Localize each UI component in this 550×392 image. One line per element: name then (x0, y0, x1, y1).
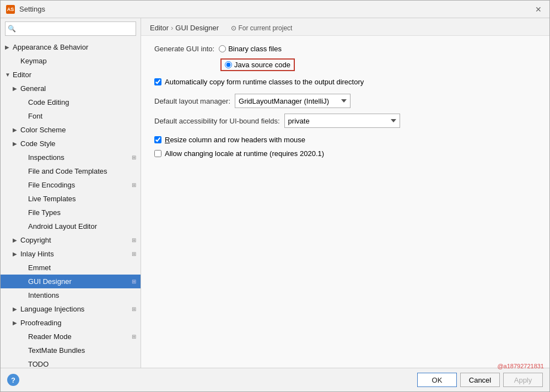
generate-java-row: Java source code (220, 58, 536, 71)
arrow-icon: ▶ (13, 306, 20, 312)
default-access-row: Default accessibility for UI-bound field… (154, 114, 536, 128)
apply-button[interactable]: Apply (503, 373, 543, 387)
sidebar-item-label: Copyright (20, 236, 130, 244)
resize-row: Resize column and row headers with mouse (154, 136, 536, 144)
sidebar-item-label: Language Injections (20, 305, 130, 313)
sidebar-item-code-style[interactable]: ▶Code Style (1, 137, 141, 151)
sidebar-item-label: Android Layout Editor (28, 222, 136, 230)
sidebar-item-editor[interactable]: ▼Editor (1, 68, 141, 82)
sidebar-item-label: Intentions (28, 291, 136, 299)
sidebar-item-inlay-hints[interactable]: ▶Inlay Hints⊞ (1, 247, 141, 261)
external-icon: ⊞ (132, 237, 136, 243)
panel-header: Editor › GUI Designer ⊙ For current proj… (141, 18, 549, 36)
external-icon: ⊞ (132, 251, 136, 257)
external-icon: ⊞ (132, 306, 136, 312)
search-icon: 🔍 (8, 25, 16, 33)
breadcrumb: Editor › GUI Designer (150, 24, 219, 32)
breadcrumb-separator: › (171, 24, 173, 32)
auto-copy-checkbox[interactable] (154, 78, 161, 85)
sidebar-item-label: Font (28, 112, 136, 120)
close-button[interactable]: ✕ (533, 4, 544, 15)
sidebar-item-emmet[interactable]: Emmet (1, 261, 141, 275)
search-box: 🔍 (5, 22, 136, 36)
sidebar-item-label: Color Scheme (20, 126, 136, 134)
locale-label: Allow changing locale at runtime (requir… (165, 149, 324, 158)
resize-checkbox[interactable] (154, 136, 161, 143)
default-layout-row: Default layout manager: GridLayoutManage… (154, 94, 536, 108)
sidebar-item-code-editing[interactable]: Code Editing (1, 95, 141, 109)
main-panel: Editor › GUI Designer ⊙ For current proj… (141, 18, 549, 368)
for-current-project-link[interactable]: ⊙ For current project (231, 24, 292, 32)
main-content: 🔍 ▶Appearance & BehaviorKeymap▼Editor▶Ge… (1, 18, 549, 368)
window-title: Settings (19, 5, 533, 13)
sidebar-item-label: Appearance & Behavior (13, 43, 136, 51)
radio-java-option[interactable]: Java source code (225, 61, 290, 69)
arrow-icon: ▶ (5, 44, 13, 50)
sidebar-item-label: Emmet (28, 264, 136, 272)
sidebar-item-gui-designer[interactable]: GUI Designer⊞ (1, 275, 141, 288)
watermark: @a18792721831 (497, 363, 544, 369)
radio-java-label: Java source code (234, 61, 290, 69)
locale-checkbox[interactable] (154, 150, 161, 157)
sidebar-item-textmate-bundles[interactable]: TextMate Bundles (1, 343, 141, 357)
ok-button[interactable]: OK (417, 373, 457, 387)
app-icon: AS (6, 5, 15, 14)
sidebar-item-copyright[interactable]: ▶Copyright⊞ (1, 233, 141, 247)
sidebar-item-language-injections[interactable]: ▶Language Injections⊞ (1, 302, 141, 316)
external-icon: ⊞ (132, 278, 136, 284)
arrow-icon: ▶ (13, 237, 20, 243)
sidebar-item-font[interactable]: Font (1, 109, 141, 123)
sidebar-item-appearance[interactable]: ▶Appearance & Behavior (1, 40, 141, 54)
generate-gui-label: Generate GUI into: (154, 45, 214, 53)
sidebar-item-label: Inspections (28, 153, 130, 162)
sidebar-item-file-encodings[interactable]: File Encodings⊞ (1, 178, 141, 192)
default-access-select[interactable]: private public protected package-private (284, 114, 400, 128)
breadcrumb-current: GUI Designer (175, 24, 219, 32)
panel-body: Generate GUI into: Binary class files Ja… (141, 36, 549, 368)
search-input[interactable] (5, 22, 136, 36)
sidebar-item-label: TODO (28, 360, 136, 368)
generate-gui-row: Generate GUI into: Binary class files (154, 45, 536, 53)
help-button[interactable]: ? (7, 374, 19, 386)
sidebar-item-label: Reader Mode (28, 332, 130, 341)
arrow-icon: ▼ (5, 72, 13, 78)
sidebar-item-label: GUI Designer (28, 277, 130, 286)
default-layout-label: Default layout manager: (154, 97, 230, 105)
arrow-icon: ▶ (13, 127, 20, 133)
sidebar-item-color-scheme[interactable]: ▶Color Scheme (1, 123, 141, 137)
sidebar-item-keymap[interactable]: Keymap (1, 54, 141, 68)
sidebar-item-file-code-templates[interactable]: File and Code Templates (1, 164, 141, 178)
locale-row: Allow changing locale at runtime (requir… (154, 149, 536, 158)
radio-java-input[interactable] (225, 61, 232, 68)
sidebar-item-label: Editor (13, 71, 136, 79)
nav-tree: ▶Appearance & BehaviorKeymap▼Editor▶Gene… (1, 39, 141, 368)
footer-left: ? (7, 374, 414, 386)
arrow-icon: ▶ (13, 141, 20, 147)
radio-java-box: Java source code (220, 58, 295, 71)
title-bar: AS Settings ✕ (1, 1, 549, 18)
sidebar: 🔍 ▶Appearance & BehaviorKeymap▼Editor▶Ge… (1, 18, 141, 368)
default-access-label: Default accessibility for UI-bound field… (154, 117, 280, 125)
radio-binary-input[interactable] (219, 45, 226, 52)
sidebar-item-general[interactable]: ▶General (1, 82, 141, 95)
external-icon: ⊞ (132, 334, 136, 340)
sidebar-item-label: Code Style (20, 139, 136, 148)
sidebar-item-file-types[interactable]: File Types (1, 206, 141, 219)
arrow-icon: ▶ (13, 85, 20, 92)
radio-binary-option[interactable]: Binary class files (219, 45, 282, 53)
dialog-footer: ? OK Cancel Apply (1, 368, 549, 391)
sidebar-item-intentions[interactable]: Intentions (1, 288, 141, 302)
cancel-button[interactable]: Cancel (460, 373, 500, 387)
radio-binary-label: Binary class files (228, 45, 282, 53)
auto-copy-label: Automatically copy form runtime classes … (165, 78, 364, 86)
default-layout-select[interactable]: GridLayoutManager (IntelliJ) FormLayout … (235, 94, 351, 108)
sidebar-item-proofreading[interactable]: ▶Proofreading (1, 316, 141, 330)
sidebar-item-todo[interactable]: TODO (1, 357, 141, 368)
sidebar-item-label: Proofreading (20, 319, 136, 327)
sidebar-item-label: General (20, 84, 136, 93)
sidebar-item-reader-mode[interactable]: Reader Mode⊞ (1, 330, 141, 343)
sidebar-item-inspections[interactable]: Inspections⊞ (1, 151, 141, 164)
sidebar-item-live-templates[interactable]: Live Templates (1, 192, 141, 206)
sidebar-item-android-layout-editor[interactable]: Android Layout Editor (1, 219, 141, 233)
sidebar-item-label: File Encodings (28, 181, 130, 189)
